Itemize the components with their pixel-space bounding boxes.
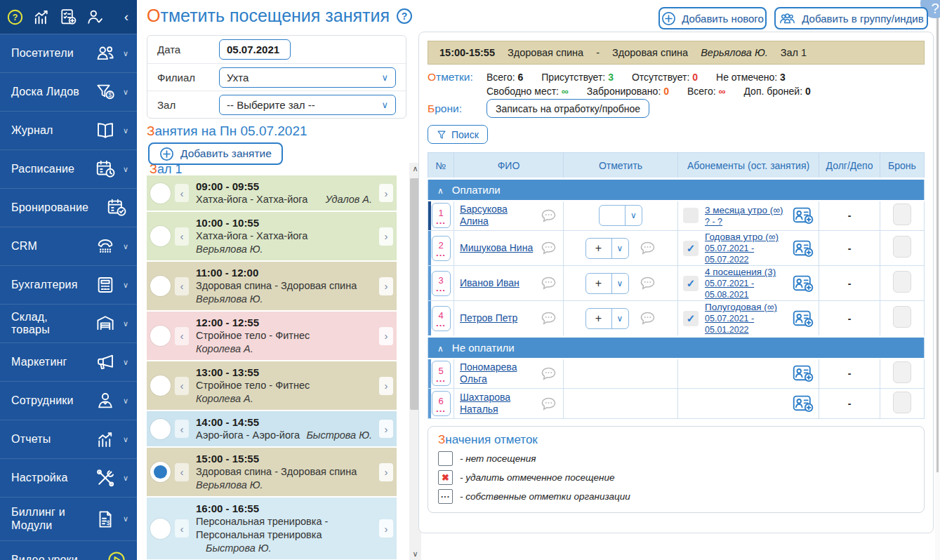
add-document-icon[interactable] — [58, 7, 78, 27]
chevron-left-icon[interactable]: ‹ — [175, 519, 189, 538]
chevron-left-icon[interactable]: ‹ — [175, 463, 189, 481]
add-class-button[interactable]: Добавить занятие — [148, 142, 283, 165]
assign-subscription-icon[interactable] — [793, 309, 814, 328]
chevron-right-icon[interactable]: › — [379, 227, 393, 246]
date-input[interactable] — [219, 39, 291, 60]
branch-select[interactable]: Ухта ∨ — [219, 67, 396, 88]
class-radio[interactable] — [150, 326, 171, 346]
sidebar-item-leads[interactable]: Доска Лидов $ ∨ — [0, 72, 137, 111]
search-button[interactable]: Поиск — [428, 125, 488, 144]
sidebar-item-booking[interactable]: Бронирование — [0, 188, 137, 227]
booking-checkbox[interactable] — [893, 271, 911, 293]
subscription-link[interactable]: Годовая утро (∞) — [705, 231, 786, 243]
row-number-button[interactable]: 3... — [432, 271, 451, 296]
person-check-icon[interactable] — [85, 7, 105, 27]
stats-icon[interactable] — [32, 7, 51, 27]
booking-checkbox[interactable] — [893, 392, 911, 413]
subscription-link[interactable]: 4 посещения (3) — [705, 266, 786, 278]
schedule-item-selected[interactable]: ‹ 15:00 - 15:55 Здоровая спина - Здорова… — [147, 448, 397, 496]
booking-checkbox[interactable] — [893, 204, 911, 225]
sidebar-item-schedule[interactable]: Расписание ∨ — [0, 149, 137, 188]
mark-combo[interactable]: ∨ — [599, 205, 642, 226]
sidebar-item-settings[interactable]: Настройка ∨ — [0, 458, 137, 497]
client-name-link[interactable]: Иванов Иван — [460, 277, 519, 289]
comment-bubble-icon[interactable] — [639, 274, 656, 292]
comment-bubble-icon[interactable] — [540, 365, 557, 382]
assign-subscription-icon[interactable] — [793, 274, 814, 293]
comment-bubble-icon[interactable] — [639, 309, 656, 327]
comment-bubble-icon[interactable] — [540, 239, 557, 257]
comment-bubble-icon[interactable] — [540, 274, 557, 292]
scrollbar-thumb[interactable] — [936, 0, 939, 472]
row-number-button[interactable]: 5... — [432, 361, 451, 386]
chevron-right-icon[interactable]: › — [379, 420, 393, 438]
row-number-button[interactable]: 6... — [432, 391, 451, 416]
class-radio[interactable] — [150, 183, 171, 204]
schedule-item[interactable]: ‹ 11:00 - 12:00 Здоровая спина - Здорова… — [147, 262, 397, 310]
sidebar-item-employees[interactable]: Сотрудники ∨ — [0, 381, 137, 420]
comment-bubble-icon[interactable] — [540, 207, 557, 225]
class-radio[interactable] — [150, 419, 171, 439]
assign-subscription-icon[interactable] — [793, 239, 814, 258]
chevron-right-icon[interactable]: › — [379, 184, 393, 202]
chevron-right-icon[interactable]: › — [379, 377, 393, 395]
chevron-right-icon[interactable]: › — [379, 277, 393, 295]
schedule-item[interactable]: ‹ 12:00 - 12:55 Стройное тело - Фитнес К… — [147, 312, 397, 360]
sidebar-item-billing[interactable]: Биллинг и Модули $ ∨ — [0, 497, 137, 540]
sidebar-item-marketing[interactable]: Маркетинг ∨ — [0, 342, 137, 381]
subscription-checkbox-checked[interactable] — [683, 276, 699, 291]
schedule-item[interactable]: ‹ 10:00 - 10:55 Хатха-йога - Хатха-йога … — [147, 212, 397, 260]
sidebar-item-crm[interactable]: CRM ∨ — [0, 227, 137, 265]
client-name-link[interactable]: Барсукова Алина — [460, 204, 537, 227]
comment-bubble-icon[interactable] — [639, 239, 656, 257]
subscription-dates-link[interactable]: 05.07.2021 - 05.01.2022 — [705, 313, 786, 335]
title-help-icon[interactable]: ? — [397, 8, 412, 24]
subscription-link[interactable]: Полугодовая (∞) — [705, 301, 786, 313]
mark-combo[interactable]: +∨ — [585, 273, 629, 294]
scroll-down-icon[interactable]: ∨ — [409, 548, 421, 560]
subscription-checkbox[interactable] — [683, 208, 699, 223]
row-number-button[interactable]: 1... — [432, 203, 451, 228]
booking-checkbox[interactable] — [893, 361, 911, 383]
subscription-checkbox-checked[interactable] — [683, 241, 699, 256]
sidebar-item-reports[interactable]: Отчеты ∨ — [0, 420, 137, 458]
mark-combo[interactable]: +∨ — [585, 308, 629, 329]
row-number-button[interactable]: 2... — [432, 236, 451, 261]
chevron-left-icon[interactable]: ‹ — [175, 327, 189, 345]
client-name-link[interactable]: Петров Петр — [460, 312, 517, 324]
client-name-link[interactable]: ШахтароваНаталья — [460, 392, 510, 415]
comment-bubble-icon[interactable] — [540, 309, 557, 327]
schedule-item[interactable]: ‹ 16:00 - 16:55 Персональная тренировка … — [147, 498, 397, 559]
booking-checkbox[interactable] — [893, 306, 911, 328]
group-header-unpaid[interactable]: ∧Не оплатили — [428, 337, 925, 359]
subscription-dates-link[interactable]: 05.07.2021 - 05.08.2021 — [705, 278, 786, 300]
chevron-left-icon[interactable]: ‹ — [175, 377, 189, 395]
collapse-group-icon[interactable]: ∧ — [437, 186, 444, 196]
class-radio-selected[interactable] — [150, 462, 171, 482]
chevron-left-icon[interactable]: ‹ — [175, 227, 189, 246]
booking-checkbox[interactable] — [893, 236, 911, 258]
group-header-paid[interactable]: ∧Оплатили — [428, 179, 925, 201]
sidebar-item-accounting[interactable]: Бухгалтерия ∨ — [0, 265, 137, 304]
add-to-group-button[interactable]: Добавить в группу/индив — [774, 7, 928, 29]
schedule-item[interactable]: ‹ 09:00 - 09:55 Хатха-йога - Хатха-йогаУ… — [147, 175, 397, 211]
assign-subscription-icon[interactable] — [793, 364, 814, 382]
client-name-link[interactable]: Пономарева Ольга — [460, 361, 537, 385]
chevron-left-icon[interactable]: ‹ — [175, 420, 189, 438]
sidebar-item-visitors[interactable]: Посетители ∨ — [0, 34, 137, 72]
sidebar-item-warehouse[interactable]: Склад, товары ∨ — [0, 304, 137, 342]
client-name-link[interactable]: Мишукова Нина — [460, 242, 533, 254]
subscription-link[interactable]: 3 месяца утро (∞) — [705, 204, 783, 216]
makeup-trial-button[interactable]: Записать на отработку/пробное — [486, 99, 649, 118]
page-scrollbar[interactable] — [935, 0, 940, 560]
class-radio[interactable] — [150, 375, 171, 396]
chevron-right-icon[interactable]: › — [379, 463, 393, 481]
help-icon[interactable]: ? — [6, 8, 25, 27]
assign-subscription-icon[interactable] — [793, 206, 814, 225]
chevron-left-icon[interactable]: ‹ — [175, 184, 189, 202]
add-new-client-button[interactable]: Добавить нового — [658, 7, 767, 29]
chevron-right-icon[interactable]: › — [379, 519, 393, 538]
row-number-button[interactable]: 4... — [432, 306, 451, 331]
sidebar-collapse-icon[interactable]: ‹ — [124, 10, 131, 25]
class-radio[interactable] — [150, 276, 171, 296]
